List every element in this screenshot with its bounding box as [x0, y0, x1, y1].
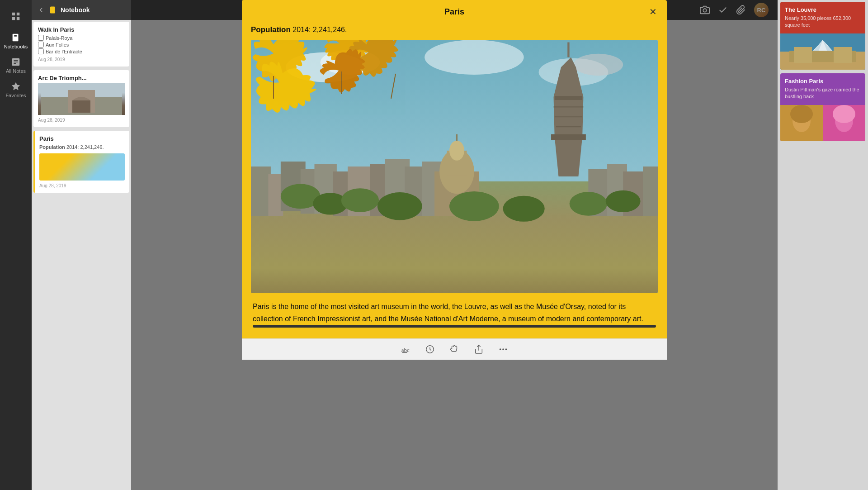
modal-paris: Paris ✕ Population 2014: 2,241,246. — [242, 0, 667, 360]
note-card-date: Aug 28, 2019 — [38, 118, 125, 123]
svg-rect-4 — [13, 33, 19, 41]
sidebar: Notebooks All Notes Favorites — [0, 0, 32, 490]
right-card-content: The Louvre Nearly 35,000 pieces 652,300 … — [780, 2, 865, 33]
right-card-text: Dustin Pittman's gaze roamed the bustlin… — [785, 86, 861, 100]
sidebar-item-grid[interactable] — [5, 5, 27, 27]
sidebar-item-notebooks-label: Notebooks — [4, 44, 28, 49]
modal-header: Paris ✕ — [242, 0, 667, 24]
main-area: RC Paris ✕ Population 2014: 2,241,246. — [131, 0, 778, 490]
modal-body: Population 2014: 2,241,246. — [242, 24, 667, 338]
svg-text:abc: abc — [401, 347, 410, 353]
note-card-date: Aug 28, 2019 — [38, 57, 125, 62]
paris-cityscape-svg — [251, 40, 658, 293]
fashion-left-svg — [780, 105, 823, 141]
sidebar-item-notebooks[interactable]: Notebooks — [5, 30, 27, 52]
sidebar-item-favorites-label: Favorites — [5, 93, 26, 98]
svg-rect-12 — [50, 7, 55, 14]
note-card-walk-in-paris[interactable]: Walk In Paris Palais-Royal Aux Folies Ba… — [33, 22, 129, 67]
svg-point-20 — [321, 50, 380, 75]
sidebar-item-all-notes-label: All Notes — [6, 68, 26, 74]
svg-point-59 — [606, 190, 641, 212]
right-card-content: Fashion Paris Dustin Pittman's gaze roam… — [780, 73, 865, 105]
louvre-image — [780, 33, 865, 70]
toolbar-btn-clock[interactable] — [425, 344, 435, 354]
sidebar-item-favorites[interactable]: Favorites — [5, 79, 27, 100]
svg-rect-47 — [555, 96, 582, 100]
checkbox-aux-folies[interactable]: Aux Folies — [38, 42, 125, 48]
svg-rect-39 — [643, 167, 658, 216]
modal-overlay: Paris ✕ Population 2014: 2,241,246. — [131, 0, 778, 490]
clock-icon — [425, 344, 435, 354]
right-card-text: Nearly 35,000 pieces 652,300 square feet — [785, 15, 861, 29]
note-card-title: Arc De Triomph... — [38, 75, 125, 81]
svg-marker-11 — [12, 82, 20, 90]
note-card-title: Walk In Paris — [38, 26, 125, 33]
svg-point-67 — [500, 349, 501, 351]
note-card-text: 2014: 2,241,246. — [66, 144, 104, 150]
fashion-right-svg — [823, 105, 865, 141]
share-icon — [474, 344, 484, 354]
svg-point-82 — [833, 105, 855, 123]
note-card-bold: Population — [39, 144, 65, 150]
svg-rect-16 — [72, 100, 90, 113]
modal-population: Population 2014: 2,241,246. — [251, 24, 658, 34]
hand-icon — [449, 344, 459, 354]
svg-rect-25 — [251, 167, 271, 216]
svg-point-79 — [790, 105, 813, 123]
note-card-paris[interactable]: Paris Population 2014: 2,241,246. Aug 28… — [33, 131, 129, 193]
svg-rect-3 — [17, 17, 19, 20]
text-icon: abc — [401, 344, 410, 354]
svg-point-23 — [573, 54, 623, 76]
svg-rect-0 — [12, 13, 15, 15]
svg-point-54 — [341, 188, 379, 212]
note-card-content: Population 2014: 2,241,246. — [39, 144, 125, 151]
toolbar-btn-more[interactable] — [498, 344, 508, 354]
svg-point-56 — [449, 191, 499, 221]
modal-toolbar: abc — [242, 338, 667, 360]
note-card-arc-de-triomphe[interactable]: Arc De Triomph... Aug 28, 2019 — [33, 70, 129, 127]
note-card-date: Aug 28, 2019 — [39, 183, 125, 188]
arc-image — [38, 83, 125, 115]
svg-point-21 — [425, 40, 524, 75]
toolbar-btn-share[interactable] — [474, 344, 484, 354]
checkbox-palais-royal[interactable]: Palais-Royal — [38, 35, 125, 41]
more-icon — [498, 344, 508, 354]
modal-title: Paris — [444, 7, 464, 17]
checkbox-bar[interactable]: Bar de l'Entracte — [38, 48, 125, 54]
svg-point-69 — [505, 349, 507, 351]
modal-scrollbar[interactable] — [253, 325, 656, 328]
svg-rect-76 — [834, 47, 852, 63]
svg-rect-46 — [551, 134, 586, 140]
right-card-title: Fashion Paris — [785, 78, 861, 85]
fashion-image — [780, 105, 865, 141]
fashion-image-right — [823, 105, 865, 141]
modal-description: Paris is the home of the most visited ar… — [251, 300, 658, 325]
right-card-title: The Louvre — [785, 6, 861, 13]
toolbar-btn-abc[interactable]: abc — [401, 344, 410, 354]
back-button[interactable] — [37, 6, 45, 14]
note-card-title: Paris — [39, 135, 125, 142]
svg-point-58 — [570, 192, 607, 216]
right-card-the-louvre[interactable]: The Louvre Nearly 35,000 pieces 652,300 … — [780, 2, 865, 70]
modal-image — [251, 40, 658, 293]
toolbar-btn-hand[interactable] — [449, 344, 459, 354]
svg-rect-1 — [17, 13, 19, 15]
notes-list-panel: Notebook Walk In Paris Palais-Royal Aux … — [32, 0, 131, 490]
right-card-fashion-paris[interactable]: Fashion Paris Dustin Pittman's gaze roam… — [780, 73, 865, 141]
notes-list-header: Notebook — [32, 0, 131, 20]
svg-point-43 — [449, 141, 464, 161]
sidebar-item-all-notes[interactable]: All Notes — [5, 54, 27, 76]
svg-point-68 — [502, 349, 504, 351]
arc-svg — [38, 83, 125, 115]
notebook-icon — [49, 6, 57, 14]
louvre-svg — [780, 33, 865, 70]
modal-population-label: Population — [251, 25, 291, 34]
paris-thumb — [39, 153, 125, 181]
svg-rect-2 — [12, 17, 15, 20]
svg-rect-75 — [794, 47, 812, 63]
modal-close-button[interactable]: ✕ — [646, 5, 660, 19]
right-panel: The Louvre Nearly 35,000 pieces 652,300 … — [778, 0, 868, 490]
svg-point-57 — [503, 196, 545, 222]
modal-population-value: 2014: 2,241,246. — [292, 26, 347, 33]
svg-point-55 — [377, 192, 422, 220]
